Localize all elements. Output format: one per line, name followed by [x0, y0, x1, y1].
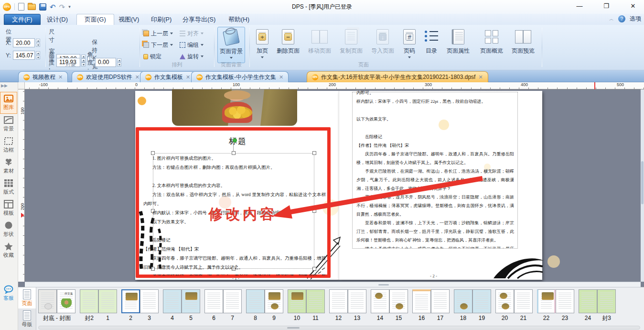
doc-tab-current-file[interactable]: DPS 作文集-大16开软皮平装-中小学生作文集20190221-1803.dp… — [307, 71, 488, 82]
close-button[interactable]: ✕ — [626, 1, 640, 11]
help-icon[interactable]: ? — [618, 15, 625, 22]
doc-tab-welcome[interactable]: DPS 欢迎使用DPS软件 ✕ — [72, 71, 145, 82]
background-icon — [4, 116, 13, 124]
sidebar-item-background[interactable]: 背景 — [0, 114, 17, 135]
selection-rotate-handle[interactable] — [233, 138, 237, 143]
ruler-mark: 100 — [20, 107, 25, 114]
text-line: 内即可。 — [356, 88, 514, 97]
page-preview-icon — [515, 30, 531, 44]
close-tab-icon[interactable]: ✕ — [186, 74, 190, 80]
scrollbar-thumb[interactable] — [641, 161, 644, 204]
add-page-button[interactable]: + 加页 — [252, 27, 272, 58]
doc-tab-template[interactable]: DPS 作文集模板 ✕ — [140, 71, 195, 82]
scrollbar-grip[interactable] — [287, 327, 300, 329]
cover-tree-art — [60, 298, 73, 310]
title-placeholder[interactable]: 标题 — [209, 136, 267, 147]
close-tab-icon[interactable]: ✕ — [135, 74, 140, 80]
tab-file[interactable]: 文件(F) — [4, 14, 41, 25]
sidebar-item-template[interactable]: 模板 — [0, 198, 17, 219]
page-background-button[interactable]: 页面背景 — [217, 27, 245, 63]
essay-paragraph: 予观夫巴陵胜状，在洞庭一湖。衔远山，吞长江，浩浩汤汤，横无际涯；朝晖夕阴，气象万… — [356, 167, 514, 193]
sidebar-item-gallery[interactable]: 图库 — [0, 92, 17, 114]
y-spinner[interactable]: 145.07 — [13, 51, 40, 60]
sidebar-item-service[interactable]: 客服 — [0, 283, 17, 304]
photo-flowers — [225, 106, 252, 119]
page-overview-button[interactable]: 页面概览 — [477, 27, 506, 55]
sidebar-item-border[interactable]: 边框 — [0, 135, 17, 156]
minimize-button[interactable]: — — [572, 1, 587, 11]
tab-page[interactable]: 页面(G) — [76, 14, 114, 25]
tab-print[interactable]: 印刷(P) — [143, 14, 179, 25]
page-properties-button[interactable]: 页面属性 — [443, 27, 473, 55]
tab-design[interactable]: 设计(D) — [39, 14, 75, 25]
thumbnail-spread[interactable]: 24封3 — [579, 289, 616, 323]
thumb-label: 11 — [306, 315, 325, 321]
thumbnail-spread[interactable]: 89 — [246, 289, 283, 323]
layer-up-button[interactable]: 上一层 — [142, 29, 179, 38]
sidebar-item-layout[interactable]: 版式 — [0, 177, 17, 198]
import-page-button: ↓ 导入页面 — [368, 27, 397, 55]
page-preview-button[interactable]: 页面预览 — [508, 27, 538, 55]
lock-button[interactable]: 锁定 — [142, 52, 179, 61]
thumbnail-spread-cover[interactable]: 作文集 封底 - 封面 — [38, 289, 75, 323]
ribbon: 位置 X: 20.00 Y: 145.07 尺寸 宽度 : 170.00 保持长… — [0, 25, 644, 70]
sidebar-item-favorites[interactable]: 收藏 — [0, 240, 17, 261]
close-tab-icon[interactable]: ✕ — [478, 74, 483, 80]
add-page-icon: + — [256, 29, 268, 44]
vertical-scrollbar[interactable] — [641, 89, 644, 282]
thumbnail-spread[interactable]: 1213 — [329, 289, 366, 323]
thumbnail-spread[interactable]: 67 — [204, 289, 242, 323]
vertical-ruler: 100 200 — [18, 89, 25, 282]
thumbnail-spread[interactable]: 2223 — [537, 289, 574, 323]
tab-help[interactable]: 帮助(H) — [221, 14, 257, 25]
page-number-button[interactable]: # 页码 — [399, 27, 419, 58]
thumbnail-spread[interactable]: 1011 — [288, 289, 325, 323]
thumb-label: 13 — [348, 315, 366, 321]
tab-view[interactable]: 视图(V) — [111, 14, 147, 25]
panel-expander-icon[interactable]: ▶▶ — [1, 83, 8, 91]
thumbnail-spread[interactable]: 封21 — [80, 289, 117, 323]
thumb-label: 封3 — [597, 314, 616, 322]
options-button[interactable]: 选项 — [630, 15, 641, 23]
thumbnail-panel-tabs: 页面 母版 — [18, 287, 36, 330]
x-value[interactable]: 20.00 — [13, 38, 35, 47]
toc-button[interactable]: 目录 — [421, 27, 441, 55]
tab-share-export[interactable]: 分享导出(S) — [175, 14, 223, 25]
right-text-frame[interactable]: 内即可。 框内默认：宋体字，小四号，固定行距 22pt，黑色，段前自动缩进。 以… — [352, 92, 518, 249]
thumbnail-spread[interactable]: 1617 — [412, 289, 450, 323]
collapse-ribbon-icon[interactable]: ︿ — [609, 16, 614, 22]
scrollbar-grip[interactable] — [378, 284, 389, 286]
thumbnail-spread[interactable]: 1415 — [371, 289, 408, 323]
essay-paragraph: 至若春和景明，波澜不惊，上下天光，一碧万顷；沙鸥翔集，锦鳞游泳；岸芷汀兰，郁郁青… — [356, 219, 514, 244]
thumb-label: 17 — [431, 315, 450, 321]
sidebar-item-material[interactable]: 素材 — [0, 156, 17, 177]
thumbnail-spread[interactable]: 45 — [163, 289, 200, 323]
thumbnail-spread[interactable]: 2021 — [495, 289, 533, 323]
thumbnail-panel: 页面 母版 作文集 封底 - 封面 封21 23 45 — [18, 287, 644, 330]
thumbnail-scrollbar[interactable] — [38, 326, 640, 330]
group-button[interactable]: 编组 — [179, 40, 210, 50]
layer-down-icon — [143, 42, 149, 48]
doc-tab-template-student[interactable]: DPS 作文集模板-中小学生作文集 ✕ — [191, 71, 289, 82]
rotate-icon — [180, 54, 185, 59]
layer-down-button[interactable]: 下一层 — [142, 40, 179, 50]
x-spinner[interactable]: 20.00 — [13, 38, 40, 47]
copy-page-button: 复制页面 — [336, 27, 366, 55]
restore-button[interactable]: ❐ — [599, 1, 613, 11]
thumbnail-spread[interactable]: 1819 — [454, 289, 491, 323]
thumbnail-spread-current[interactable]: 23 — [121, 289, 159, 323]
horizontal-scrollbar[interactable] — [25, 282, 641, 287]
right-frame-text: 内即可。 框内默认：宋体字，小四号，固定行距 22pt，黑色，段前自动缩进。 以… — [356, 88, 514, 248]
sidebar-item-shapes[interactable]: 形状 — [0, 219, 17, 240]
tab-pages[interactable]: 页面 — [18, 287, 36, 308]
essay-byline: 【作者】范仲淹 【朝代】宋 — [356, 141, 514, 150]
text-line: 框内默认：宋体字，小四号，固定行距 22pt，黑色，段前自动缩进。 — [356, 97, 514, 106]
doc-tab-video-tutorial[interactable]: DPS 视频教程 ✕ — [18, 71, 68, 82]
y-value[interactable]: 145.07 — [13, 51, 35, 60]
close-tab-icon[interactable]: ✕ — [279, 74, 283, 80]
photo-frame[interactable] — [172, 89, 297, 126]
rotate-button[interactable]: 旋转 — [179, 52, 210, 61]
delete-page-button[interactable]: − 删除页面 — [273, 27, 303, 55]
tab-master[interactable]: 母版 — [18, 308, 36, 330]
close-tab-icon[interactable]: ✕ — [58, 74, 63, 80]
